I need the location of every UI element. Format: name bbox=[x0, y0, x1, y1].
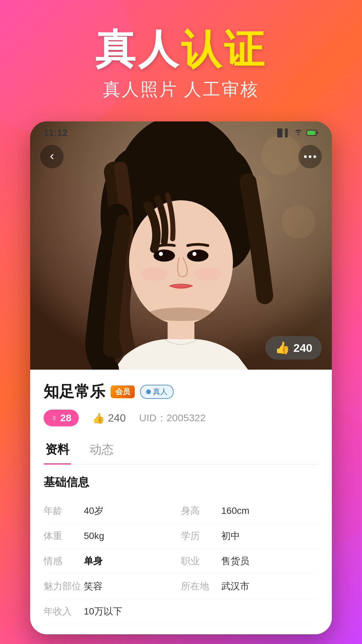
likes-count: 240 bbox=[108, 412, 126, 424]
real-badge: 真人 bbox=[140, 385, 174, 399]
wifi-icon bbox=[294, 128, 303, 138]
hero-title: 真人认证 bbox=[0, 27, 362, 71]
info-grid: 年龄 40岁 身高 160cm 体重 50kg 学历 初中 bbox=[44, 498, 318, 599]
likes-stat: 👍 240 bbox=[92, 412, 126, 424]
info-row-charm: 魅力部位 笑容 bbox=[44, 574, 181, 599]
info-row-education: 学历 初中 bbox=[181, 524, 318, 549]
profile-tabs: 资料 动态 bbox=[44, 436, 318, 465]
more-button[interactable] bbox=[298, 145, 322, 168]
info-row-job: 职业 售货员 bbox=[181, 549, 318, 574]
svg-point-14 bbox=[159, 252, 163, 256]
svg-point-13 bbox=[187, 250, 208, 262]
svg-point-16 bbox=[141, 267, 168, 281]
title-yellow: 认证 bbox=[181, 26, 267, 71]
back-button[interactable] bbox=[40, 145, 64, 168]
info-row-location: 所在地 武汉市 bbox=[181, 574, 318, 599]
label-weight: 体重 bbox=[44, 530, 84, 542]
info-row-relationship: 情感 单身 bbox=[44, 549, 181, 574]
gender-age-badge: ♀ 28 bbox=[44, 410, 79, 426]
svg-rect-2 bbox=[307, 131, 315, 135]
more-icon bbox=[304, 155, 316, 158]
tab-dynamic[interactable]: 动态 bbox=[88, 436, 115, 464]
value-weight: 50kg bbox=[84, 531, 104, 541]
vip-badge: 会员 bbox=[111, 385, 135, 398]
status-bar: 11:12 ▐▌▌ bbox=[30, 121, 332, 142]
svg-point-11 bbox=[129, 200, 233, 324]
label-charm: 魅力部位 bbox=[44, 580, 84, 593]
value-income: 10万以下 bbox=[84, 605, 122, 618]
value-age: 40岁 bbox=[84, 504, 104, 517]
value-relationship: 单身 bbox=[84, 555, 103, 568]
title-white: 真人 bbox=[95, 26, 181, 71]
profile-photo bbox=[30, 121, 332, 370]
svg-point-17 bbox=[194, 267, 221, 281]
info-section-title: 基础信息 bbox=[44, 475, 318, 490]
label-relationship: 情感 bbox=[44, 555, 84, 568]
info-row-age: 年龄 40岁 bbox=[44, 498, 181, 524]
uid-stat: UID：2005322 bbox=[139, 411, 205, 425]
age-text: 28 bbox=[60, 412, 71, 424]
svg-point-7 bbox=[282, 205, 315, 239]
label-height: 身高 bbox=[181, 504, 221, 517]
info-section: 基础信息 年龄 40岁 身高 160cm 体重 50kg bbox=[44, 475, 318, 624]
real-badge-text: 真人 bbox=[153, 387, 168, 397]
value-location: 武汉市 bbox=[221, 580, 249, 593]
label-location: 所在地 bbox=[181, 580, 221, 593]
status-icons: ▐▌▌ bbox=[275, 128, 318, 138]
value-charm: 笑容 bbox=[84, 580, 103, 593]
label-age: 年龄 bbox=[44, 504, 84, 517]
value-job: 售货员 bbox=[221, 555, 249, 568]
info-row-weight: 体重 50kg bbox=[44, 524, 181, 549]
tab-info[interactable]: 资料 bbox=[44, 436, 71, 464]
profile-name-row: 知足常乐 会员 真人 bbox=[44, 381, 318, 402]
gender-icon: ♀ bbox=[51, 413, 58, 423]
svg-point-19 bbox=[147, 308, 215, 321]
hero-subtitle: 真人照片 人工审核 bbox=[0, 78, 362, 101]
profile-name: 知足常乐 bbox=[44, 381, 105, 402]
status-time: 11:12 bbox=[44, 127, 68, 138]
real-badge-dot bbox=[146, 389, 151, 394]
value-height: 160cm bbox=[221, 505, 249, 516]
label-job: 职业 bbox=[181, 555, 221, 568]
phone-card: 11:12 ▐▌▌ bbox=[30, 121, 332, 634]
like-badge[interactable]: 👍 240 bbox=[265, 336, 322, 360]
label-education: 学历 bbox=[181, 530, 221, 542]
battery-icon bbox=[306, 129, 318, 137]
svg-point-15 bbox=[192, 252, 196, 256]
profile-info: 知足常乐 会员 真人 ♀ 28 👍 240 UID：2005322 bbox=[30, 370, 332, 634]
label-income: 年收入 bbox=[44, 605, 84, 618]
profile-photo-area: 11:12 ▐▌▌ bbox=[30, 121, 332, 370]
svg-point-12 bbox=[154, 250, 175, 262]
hero-section: 真人认证 真人照片 人工审核 bbox=[0, 0, 362, 121]
signal-icon: ▐▌▌ bbox=[275, 128, 290, 137]
info-row-height: 身高 160cm bbox=[181, 498, 318, 524]
svg-rect-1 bbox=[317, 132, 318, 134]
phone-card-wrapper: 11:12 ▐▌▌ bbox=[0, 121, 362, 634]
like-count-overlay: 240 bbox=[293, 341, 312, 355]
profile-stats-row: ♀ 28 👍 240 UID：2005322 bbox=[44, 410, 318, 426]
like-icon: 👍 bbox=[275, 341, 290, 355]
info-row-income: 年收入 10万以下 bbox=[44, 599, 318, 624]
likes-thumb-icon: 👍 bbox=[92, 412, 105, 424]
value-education: 初中 bbox=[221, 530, 240, 542]
